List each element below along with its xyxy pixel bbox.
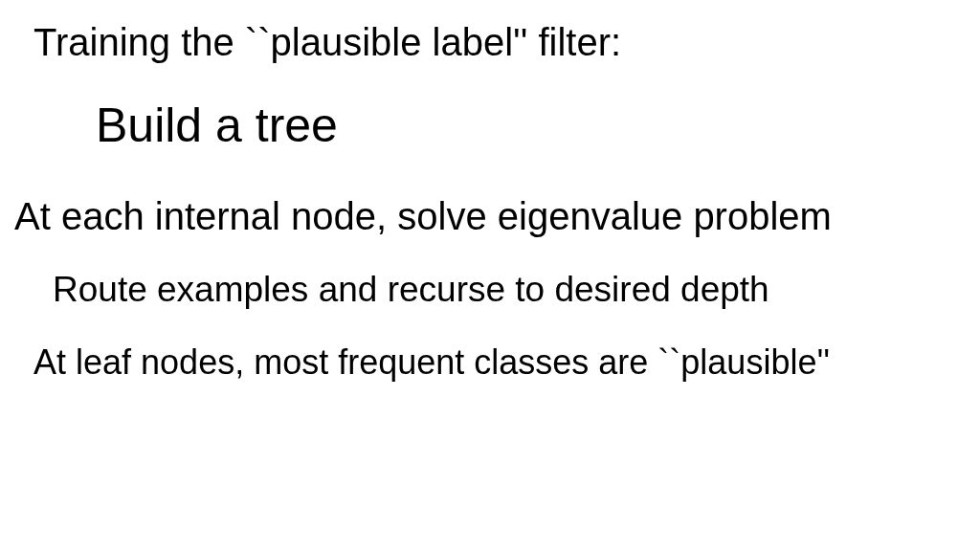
slide-subheading: Build a tree	[96, 98, 338, 153]
slide-bullet-1: At each internal node, solve eigenvalue …	[14, 195, 832, 238]
slide-bullet-3: At leaf nodes, most frequent classes are…	[33, 342, 830, 383]
slide-heading: Training the ``plausible label'' filter:	[33, 21, 621, 64]
slide-bullet-2: Route examples and recurse to desired de…	[53, 270, 769, 310]
